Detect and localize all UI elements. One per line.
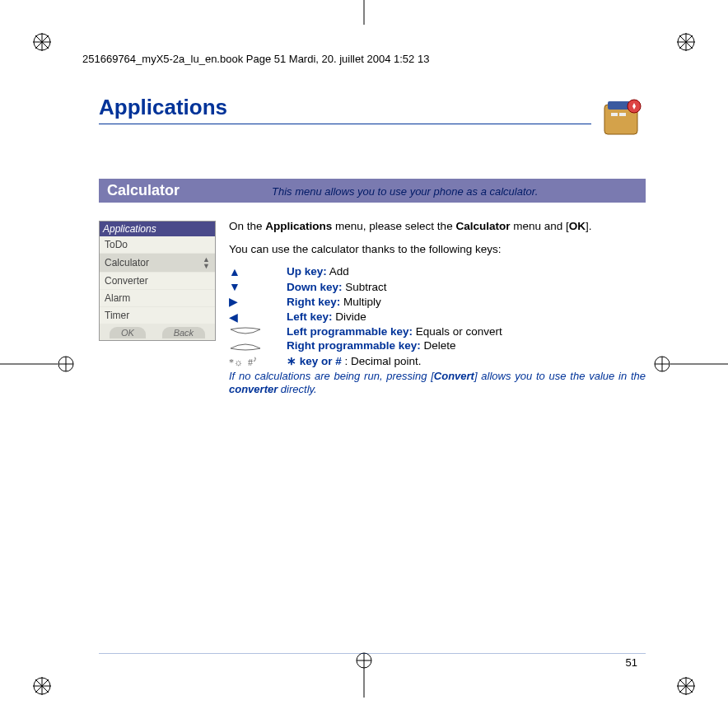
key-label: Down key: [287,281,343,293]
doc-header: 251669764_myX5-2a_lu_en.book Page 51 Mar… [82,53,646,65]
down-arrow-icon: ▼ [229,279,240,294]
key-label: Up key: [287,265,327,278]
key-mapping-row: ▲Up key: Add [229,264,646,279]
star-hash-key-icon: *☼ #♪ [229,353,257,370]
key-desc: Delete [424,339,456,352]
page-number: 51 [626,656,637,669]
crop-mark-icon [352,648,376,700]
phone-menu-item: ToDo [100,236,215,254]
applications-icon [600,95,646,141]
svg-rect-35 [611,113,618,116]
crop-mark-icon [33,33,51,51]
softkey-left-icon [229,326,262,338]
phone-menu-item: Alarm [100,290,215,307]
crop-mark-icon [33,677,51,695]
crop-mark-icon [654,352,728,376]
body-paragraph: You can use the calculator thanks to the… [229,242,646,257]
key-label: Right programmable key: [287,339,421,352]
section-title: Calculator [107,182,272,199]
key-desc: : Decimal point. [345,355,422,367]
divider [99,124,591,124]
key-desc: Subtract [345,281,386,293]
phone-screen-header: Applications [100,222,215,236]
softkey-right: Back [162,327,205,338]
phone-menu-item: Calculator▲▼ [100,254,215,273]
softkey-right-icon [229,340,262,352]
key-mapping-row: ▼Down key: Subtract [229,279,646,294]
key-desc: Multiply [343,296,381,308]
right-arrow-icon: ▶ [229,294,238,309]
key-desc: Divide [335,310,366,323]
scroll-indicator-icon: ▲▼ [203,256,210,269]
up-arrow-icon: ▲ [229,264,240,279]
key-label: Left programmable key: [287,325,413,338]
key-desc: Equals or convert [416,325,502,338]
key-mapping-row: *☼ #♪∗ key or # : Decimal point. [229,353,646,370]
key-mapping-row: ▶Right key: Multiply [229,294,646,309]
crop-mark-icon [677,677,695,695]
key-label: Right key: [287,296,340,308]
body-paragraph: On the Applications menu, please select … [229,219,646,234]
key-mapping-row: ◀Left key: Divide [229,310,646,324]
key-desc: Add [329,265,349,278]
divider [99,653,646,654]
crop-mark-icon [677,33,695,51]
key-mapping-row: Left programmable key: Equals or convert [229,324,646,339]
phone-screenshot: Applications ToDoCalculator▲▼ConverterAl… [99,221,216,341]
phone-menu-item: Timer [100,307,215,324]
key-label: ∗ key or # [287,355,342,367]
crop-mark-icon [0,352,74,376]
section-banner: Calculator This menu allows you to use y… [99,179,646,203]
left-arrow-icon: ◀ [229,310,238,324]
section-desc: This menu allows you to use your phone a… [272,185,538,198]
key-mapping-row: Right programmable key: Delete [229,338,646,353]
key-label: Left key: [287,310,333,323]
crop-mark-icon [361,0,367,25]
softkey-left: OK [110,327,146,338]
footnote: If no calculations are being run, pressi… [229,370,646,398]
chapter-title: Applications [99,95,591,120]
phone-menu-item: Converter [100,273,215,290]
svg-rect-36 [619,113,626,116]
